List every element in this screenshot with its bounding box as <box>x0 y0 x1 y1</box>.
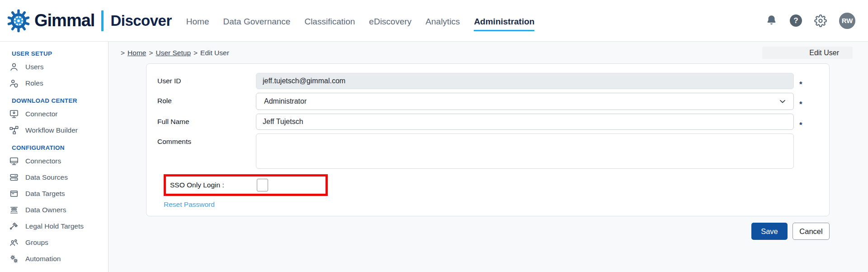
user-id-row: User ID * <box>157 73 829 89</box>
required-marker: * <box>799 80 802 89</box>
people-group-icon <box>9 205 19 215</box>
sidebar-item-label: Legal Hold Targets <box>25 222 84 230</box>
sidebar-item-label: Roles <box>25 79 43 87</box>
role-selected-value: Administrator <box>264 97 307 105</box>
full-name-row: Full Name * <box>157 114 829 130</box>
sidebar-section-user-setup: USER SETUP <box>12 50 108 57</box>
monitor-icon <box>9 156 19 166</box>
gavel-icon <box>9 221 19 231</box>
sidebar-item-data-targets[interactable]: Data Targets <box>0 186 108 202</box>
full-name-field[interactable] <box>256 114 794 130</box>
breadcrumb: > Home > User Setup > Edit User <box>121 49 229 57</box>
user-id-label: User ID <box>157 73 256 85</box>
user-shield-icon <box>9 78 19 88</box>
monitor-download-icon <box>9 109 19 119</box>
chevron-down-icon <box>778 97 787 106</box>
main-nav: Home Data Governance Classification eDis… <box>186 0 535 41</box>
edit-user-form: User ID * Role Administrator <box>146 63 830 216</box>
avatar[interactable]: RW <box>839 13 855 29</box>
sso-only-login-label: SSO Only Login : <box>170 181 224 189</box>
sidebar-item-roles[interactable]: Roles <box>0 75 108 91</box>
reset-password-link[interactable]: Reset Password <box>164 200 215 209</box>
settings-icon[interactable] <box>814 14 827 27</box>
role-select[interactable]: Administrator <box>256 93 794 110</box>
required-marker: * <box>799 121 802 130</box>
sidebar-item-automation[interactable]: Automation <box>0 251 108 267</box>
brand-divider <box>101 10 104 31</box>
sidebar-section-configuration: CONFIGURATION <box>12 144 108 151</box>
workflow-icon <box>9 125 19 135</box>
breadcrumb-separator: > <box>149 49 153 57</box>
sidebar-item-data-sources[interactable]: Data Sources <box>0 169 108 186</box>
gimmal-gear-icon <box>6 9 31 33</box>
sidebar-item-label: Data Sources <box>25 173 68 181</box>
user-icon <box>9 62 19 72</box>
sidebar-item-label: Groups <box>25 239 48 247</box>
archive-box-icon <box>9 189 19 199</box>
people-icon <box>9 238 19 248</box>
header-actions: ? RW <box>765 13 868 29</box>
breadcrumb-separator: > <box>121 49 125 57</box>
nav-home[interactable]: Home <box>186 15 209 27</box>
notifications-icon[interactable] <box>765 14 778 27</box>
help-icon[interactable]: ? <box>790 14 802 27</box>
avatar-initials: RW <box>842 17 853 24</box>
cancel-button[interactable]: Cancel <box>793 223 830 240</box>
brand-logo[interactable]: Gimmal Discover <box>0 9 172 33</box>
sidebar-item-connectors[interactable]: Connectors <box>0 153 108 169</box>
full-name-label: Full Name <box>157 114 256 126</box>
role-label: Role <box>157 93 256 105</box>
comments-label: Comments <box>157 134 256 146</box>
sidebar-item-data-owners[interactable]: Data Owners <box>0 202 108 218</box>
page-title: Edit User <box>762 47 853 59</box>
required-marker: * <box>799 100 802 109</box>
sidebar-item-users[interactable]: Users <box>0 59 108 75</box>
sidebar-item-label: Data Targets <box>25 190 65 198</box>
sidebar-item-connector[interactable]: Connector <box>0 106 108 122</box>
brand-product: Discover <box>110 12 171 29</box>
sidebar-item-label: Automation <box>25 255 61 263</box>
sidebar-item-label: Data Owners <box>25 206 66 214</box>
sidebar-section-download-center: DOWNLOAD CENTER <box>12 97 108 104</box>
sso-highlight-box: SSO Only Login : <box>164 174 328 196</box>
breadcrumb-home[interactable]: Home <box>127 49 146 57</box>
nav-ediscovery[interactable]: eDiscovery <box>369 15 411 27</box>
server-icon <box>9 172 19 182</box>
brand-name: Gimmal <box>34 11 94 30</box>
breadcrumb-current: Edit User <box>200 49 229 57</box>
nav-data-governance[interactable]: Data Governance <box>223 15 291 27</box>
sidebar-item-legal-hold-targets[interactable]: Legal Hold Targets <box>0 218 108 234</box>
sidebar: USER SETUP Users Roles DOWNLOAD CENTER <box>0 42 108 272</box>
help-glyph: ? <box>793 16 798 25</box>
breadcrumb-user-setup[interactable]: User Setup <box>156 49 191 57</box>
save-button[interactable]: Save <box>751 223 788 240</box>
sidebar-item-label: Workflow Builder <box>25 126 78 134</box>
gears-icon <box>9 254 19 264</box>
nav-analytics[interactable]: Analytics <box>425 15 460 27</box>
form-actions: Save Cancel <box>108 223 830 240</box>
comments-field[interactable] <box>256 134 794 169</box>
sidebar-item-workflow-builder[interactable]: Workflow Builder <box>0 122 108 138</box>
nav-classification[interactable]: Classification <box>304 15 355 27</box>
sidebar-item-label: Users <box>25 63 43 71</box>
sidebar-item-label: Connector <box>25 110 58 118</box>
sidebar-item-groups[interactable]: Groups <box>0 234 108 251</box>
breadcrumb-separator: > <box>193 49 198 57</box>
app-window: Gimmal Discover Home Data Governance Cla… <box>0 0 868 272</box>
top-header: Gimmal Discover Home Data Governance Cla… <box>0 0 868 42</box>
sidebar-item-label: Connectors <box>25 157 61 165</box>
comments-row: Comments <box>157 134 829 171</box>
breadcrumb-row: > Home > User Setup > Edit User Edit Use… <box>108 42 868 59</box>
main-content: > Home > User Setup > Edit User Edit Use… <box>108 42 868 272</box>
sso-only-login-checkbox[interactable] <box>257 179 268 191</box>
role-row: Role Administrator * <box>157 93 829 110</box>
user-id-field[interactable] <box>256 73 794 89</box>
nav-administration[interactable]: Administration <box>474 10 534 31</box>
